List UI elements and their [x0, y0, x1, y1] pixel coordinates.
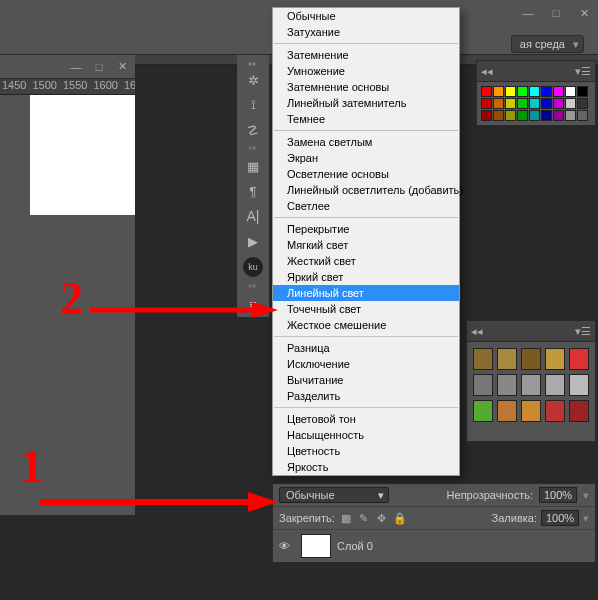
style-thumbnail[interactable] — [497, 400, 517, 422]
color-swatch[interactable] — [493, 86, 504, 97]
paragraph-icon[interactable]: ¶ — [239, 179, 267, 203]
style-thumbnail[interactable] — [521, 374, 541, 396]
blend-mode-option[interactable]: Яркий свет — [273, 269, 459, 285]
style-thumbnail[interactable] — [473, 374, 493, 396]
blend-mode-option[interactable]: Яркость — [273, 459, 459, 475]
blend-mode-option[interactable]: Перекрытие — [273, 221, 459, 237]
blend-mode-option[interactable]: Линейный осветлитель (добавить) — [273, 182, 459, 198]
blend-mode-option[interactable]: Насыщенность — [273, 427, 459, 443]
color-swatch[interactable] — [541, 98, 552, 109]
lock-transparent-icon[interactable]: ▩ — [339, 511, 353, 525]
styles-tabrow[interactable]: ◂◂▾☰ — [466, 320, 596, 342]
blend-mode-select[interactable]: Обычные — [279, 487, 389, 503]
doc-close-button[interactable]: ✕ — [111, 59, 133, 75]
lock-all-icon[interactable]: 🔒 — [393, 511, 407, 525]
color-swatch[interactable] — [577, 98, 588, 109]
color-swatch[interactable] — [541, 110, 552, 121]
blend-mode-option[interactable]: Точечный свет — [273, 301, 459, 317]
blend-mode-option[interactable]: Затемнение основы — [273, 79, 459, 95]
play-icon[interactable]: ▶ — [239, 229, 267, 253]
color-swatch[interactable] — [553, 86, 564, 97]
blend-mode-option[interactable]: Цветность — [273, 443, 459, 459]
blend-mode-option[interactable]: Жесткий свет — [273, 253, 459, 269]
color-swatch[interactable] — [529, 86, 540, 97]
workspace-dropdown[interactable]: ая среда — [511, 35, 584, 53]
color-swatch[interactable] — [517, 110, 528, 121]
style-thumbnail[interactable] — [521, 348, 541, 370]
style-thumbnail[interactable] — [497, 348, 517, 370]
color-swatch[interactable] — [541, 86, 552, 97]
fill-field[interactable]: 100% — [541, 510, 579, 526]
color-swatch[interactable] — [505, 86, 516, 97]
character-icon[interactable]: A| — [239, 204, 267, 228]
color-swatch[interactable] — [577, 110, 588, 121]
color-swatch[interactable] — [481, 86, 492, 97]
panel-grip[interactable]: ▸▸ — [237, 59, 269, 67]
blend-mode-option[interactable]: Разделить — [273, 388, 459, 404]
panel-grip-3[interactable]: ▸▸ — [237, 281, 269, 291]
blend-mode-option[interactable]: Затухание — [273, 24, 459, 40]
blend-mode-option[interactable]: Замена светлым — [273, 134, 459, 150]
blend-mode-option[interactable]: Исключение — [273, 356, 459, 372]
color-swatch[interactable] — [481, 110, 492, 121]
style-thumbnail[interactable] — [473, 400, 493, 422]
color-swatch[interactable] — [493, 98, 504, 109]
blend-mode-option[interactable]: Разница — [273, 340, 459, 356]
lock-position-icon[interactable]: ✥ — [375, 511, 389, 525]
color-swatch[interactable] — [529, 110, 540, 121]
layer-row[interactable]: 👁 Слой 0 — [273, 530, 595, 562]
minimize-button[interactable]: — — [514, 4, 542, 22]
panel-grip-2[interactable]: ▸▸ — [237, 143, 269, 153]
color-swatch[interactable] — [577, 86, 588, 97]
color-swatch[interactable] — [565, 86, 576, 97]
blend-mode-option[interactable]: Темнее — [273, 111, 459, 127]
style-thumbnail[interactable] — [569, 374, 589, 396]
blend-mode-option[interactable]: Обычные — [273, 8, 459, 24]
wheel-icon[interactable]: ✲ — [239, 68, 267, 92]
color-swatch[interactable] — [553, 98, 564, 109]
color-swatch[interactable] — [565, 98, 576, 109]
layers-icon[interactable]: ▦ — [239, 154, 267, 178]
color-swatch[interactable] — [529, 98, 540, 109]
opacity-stepper-icon[interactable]: ▾ — [583, 489, 589, 502]
blend-mode-option[interactable]: Жесткое смешение — [273, 317, 459, 333]
color-swatch[interactable] — [505, 110, 516, 121]
style-thumbnail[interactable] — [569, 348, 589, 370]
blend-mode-option[interactable]: Экран — [273, 150, 459, 166]
swatches-tabrow[interactable]: ◂◂▾☰ — [476, 60, 596, 82]
color-swatch[interactable] — [493, 110, 504, 121]
opacity-field[interactable]: 100% — [539, 487, 577, 503]
visibility-icon[interactable]: 👁 — [279, 540, 295, 552]
blend-mode-option[interactable]: Затемнение — [273, 47, 459, 63]
layer-thumbnail[interactable] — [301, 534, 331, 558]
color-swatch[interactable] — [517, 98, 528, 109]
close-button[interactable]: ✕ — [570, 4, 598, 22]
color-swatch[interactable] — [565, 110, 576, 121]
path-icon[interactable]: ☡ — [239, 118, 267, 142]
color-swatch[interactable] — [505, 98, 516, 109]
color-swatch[interactable] — [553, 110, 564, 121]
panel-menu-icon[interactable]: ▾☰ — [575, 65, 591, 78]
blend-mode-option[interactable]: Линейный затемнитель — [273, 95, 459, 111]
blend-mode-option[interactable]: Осветление основы — [273, 166, 459, 182]
blend-mode-option[interactable]: Вычитание — [273, 372, 459, 388]
blend-mode-option[interactable]: Умножение — [273, 63, 459, 79]
canvas[interactable] — [30, 95, 135, 215]
style-thumbnail[interactable] — [521, 400, 541, 422]
color-swatch[interactable] — [517, 86, 528, 97]
layer-name[interactable]: Слой 0 — [337, 540, 373, 552]
color-swatch[interactable] — [481, 98, 492, 109]
style-thumbnail[interactable] — [569, 400, 589, 422]
style-thumbnail[interactable] — [545, 400, 565, 422]
brushes-icon[interactable]: ⟟ — [239, 93, 267, 117]
lock-pixels-icon[interactable]: ✎ — [357, 511, 371, 525]
style-thumbnail[interactable] — [545, 348, 565, 370]
maximize-button[interactable]: □ — [542, 4, 570, 22]
blend-mode-option[interactable]: Светлее — [273, 198, 459, 214]
kuler-icon[interactable]: ku — [243, 257, 263, 277]
blend-mode-option[interactable]: Линейный свет — [273, 285, 459, 301]
fill-stepper-icon[interactable]: ▾ — [583, 512, 589, 525]
blend-mode-option[interactable]: Цветовой тон — [273, 411, 459, 427]
panel-menu-icon[interactable]: ▾☰ — [575, 325, 591, 338]
style-thumbnail[interactable] — [497, 374, 517, 396]
